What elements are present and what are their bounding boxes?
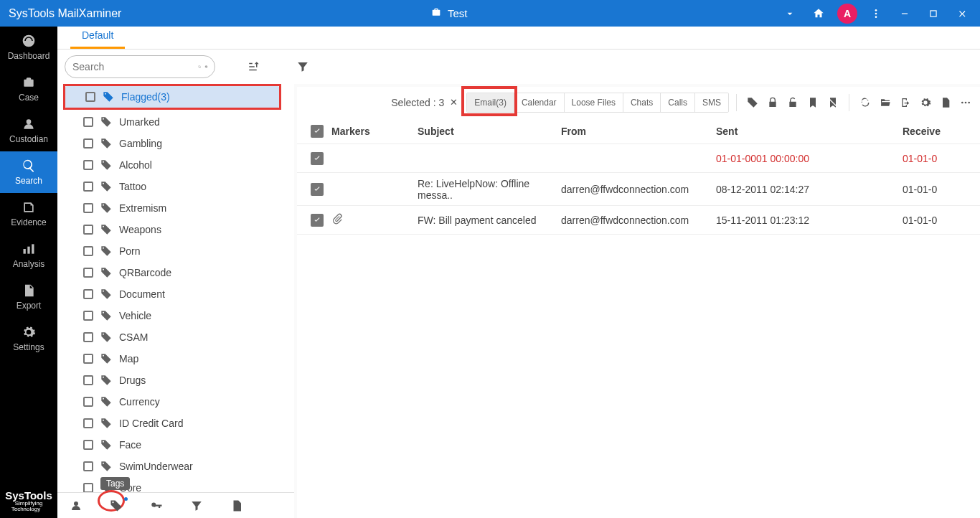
tag-item-idcreditcard[interactable]: ID Credit Card (63, 413, 281, 434)
tag-checkbox[interactable] (83, 246, 93, 256)
tag-checkbox[interactable] (85, 92, 95, 102)
tag-checkbox[interactable] (83, 311, 93, 321)
category-tab-calendar[interactable]: Calendar (514, 93, 565, 112)
table-row[interactable]: 01-01-0001 00:00:00 01-01-0 (297, 144, 980, 173)
tag-item-gore[interactable]: Gore (63, 477, 281, 492)
tag-item-csam[interactable]: CSAM (63, 326, 281, 348)
tag-item-drugs[interactable]: Drugs (63, 369, 281, 391)
dropdown-arrow-icon[interactable] (776, 0, 804, 27)
tag-item-gambling[interactable]: Gambling (63, 133, 281, 154)
funnel-bottom-icon[interactable] (187, 496, 207, 516)
tag-checkbox[interactable] (83, 138, 93, 149)
row-checkbox[interactable] (311, 152, 324, 165)
table-row[interactable]: Re: LiveHelpNow: Offline messa.. darren@… (297, 173, 980, 206)
tag-label: Gambling (119, 138, 162, 149)
row-checkbox[interactable] (311, 214, 324, 227)
file-bottom-icon[interactable] (227, 496, 247, 516)
tag-checkbox[interactable] (83, 354, 93, 364)
nav-evidence[interactable]: Evidence (0, 193, 57, 235)
lock-icon[interactable] (764, 94, 781, 111)
tags-tooltip: Tags (100, 477, 130, 490)
tag-checkbox[interactable] (83, 268, 93, 278)
col-sent[interactable]: Sent (716, 126, 903, 137)
tag-item-flagged3[interactable]: Flagged(3) (65, 86, 279, 108)
tag-item-currency[interactable]: Currency (63, 391, 281, 413)
tag-item-porn[interactable]: Porn (63, 240, 281, 262)
minimize-icon[interactable] (891, 0, 918, 27)
tag-item-map[interactable]: Map (63, 348, 281, 369)
refresh-icon[interactable] (857, 94, 874, 111)
maximize-icon[interactable] (920, 0, 947, 27)
tag-checkbox[interactable] (83, 332, 93, 342)
tag-checkbox[interactable] (83, 203, 93, 213)
more-icon[interactable] (862, 0, 890, 27)
folder-open-icon[interactable] (877, 94, 894, 111)
tag-checkbox[interactable] (83, 397, 93, 407)
select-all-checkbox[interactable] (311, 125, 324, 138)
home-icon[interactable] (805, 0, 832, 27)
nav-search[interactable]: Search (0, 151, 57, 193)
tag-item-vehicle[interactable]: Vehicle (63, 305, 281, 326)
tag-label: Document (119, 288, 165, 300)
svg-rect-5 (24, 249, 26, 254)
bookmark-off-icon[interactable] (824, 94, 842, 111)
tag-item-document[interactable]: Document (63, 283, 281, 305)
person-icon[interactable] (66, 496, 86, 516)
nav-custodian[interactable]: Custodian (0, 110, 57, 151)
tag-item-qrbarcode[interactable]: QRBarcode (63, 262, 281, 283)
more-horiz-icon[interactable] (957, 94, 974, 111)
nav-analysis[interactable]: Analysis (0, 235, 57, 276)
tag-item-alcohol[interactable]: Alcohol (63, 154, 281, 176)
deselect-button[interactable]: ✕ (450, 97, 458, 108)
tag-item-tattoo[interactable]: Tattoo (63, 176, 281, 197)
tag-checkbox[interactable] (83, 289, 93, 299)
nav-dashboard[interactable]: Dashboard (0, 27, 57, 68)
tag-checkbox[interactable] (83, 117, 93, 127)
category-tab-chats[interactable]: Chats (623, 93, 661, 112)
tag-item-swimunderwear[interactable]: SwimUnderwear (63, 456, 281, 477)
settings-icon[interactable] (917, 94, 934, 111)
key-icon[interactable] (146, 496, 166, 516)
tag-checkbox[interactable] (83, 461, 93, 471)
category-tab-calls[interactable]: Calls (661, 93, 695, 112)
tag-checkbox[interactable] (83, 182, 93, 192)
col-markers[interactable]: Markers (331, 126, 418, 137)
col-from[interactable]: From (561, 126, 716, 137)
search-box[interactable] (65, 55, 215, 78)
tag-checkbox[interactable] (83, 440, 93, 450)
nav-settings[interactable]: Settings (0, 318, 57, 359)
tree-sort-icon[interactable] (244, 57, 264, 77)
category-tab-email[interactable]: Email(3) (467, 93, 514, 112)
tab-default[interactable]: Default (70, 24, 125, 49)
svg-rect-7 (32, 244, 34, 253)
tag-item-extremism[interactable]: Extremism (63, 197, 281, 219)
funnel-icon[interactable] (293, 57, 313, 77)
export-icon[interactable] (897, 94, 914, 111)
avatar[interactable]: A (834, 0, 861, 27)
left-nav: Dashboard Case Custodian Search Evidence… (0, 27, 57, 518)
tag-checkbox[interactable] (83, 375, 93, 385)
tag-checkbox[interactable] (83, 225, 93, 235)
search-input[interactable] (72, 61, 198, 72)
tag-item-weapons[interactable]: Weapons (63, 219, 281, 240)
tags-icon[interactable] (106, 496, 126, 516)
col-recv[interactable]: Receive (903, 126, 974, 137)
tag-checkbox[interactable] (83, 160, 93, 170)
tag-checkbox[interactable] (83, 483, 93, 492)
tag-action-icon[interactable] (744, 94, 761, 111)
row-checkbox[interactable] (311, 183, 324, 196)
save-file-icon[interactable] (937, 94, 954, 111)
tag-item-umarked[interactable]: Umarked (63, 111, 281, 133)
nav-case[interactable]: Case (0, 68, 57, 110)
col-subject[interactable]: Subject (418, 126, 561, 137)
unlock-icon[interactable] (784, 94, 801, 111)
bookmark-icon[interactable] (804, 94, 821, 111)
category-tab-loosefiles[interactable]: Loose Files (565, 93, 623, 112)
tag-item-face[interactable]: Face (63, 434, 281, 456)
gear-icon[interactable] (204, 62, 208, 72)
category-tab-sms[interactable]: SMS (695, 93, 728, 112)
nav-export[interactable]: Export (0, 276, 57, 318)
table-row[interactable]: FW: Bill payment canceled darren@ffwdcon… (297, 206, 980, 235)
close-icon[interactable] (948, 0, 976, 27)
tag-checkbox[interactable] (83, 418, 93, 428)
